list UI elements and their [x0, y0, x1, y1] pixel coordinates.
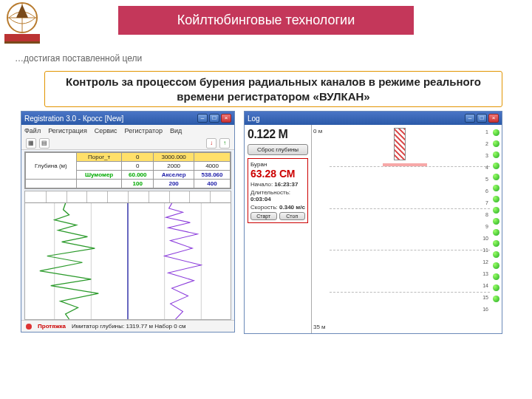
svg-marker-3	[16, 4, 28, 18]
status-led-icon	[493, 151, 499, 158]
cell: 400	[194, 180, 231, 188]
start-button[interactable]: Старт	[250, 212, 277, 220]
status-led-icon	[493, 218, 499, 225]
aks-label: Акселер	[154, 171, 194, 180]
menu-service[interactable]: Сервис	[95, 127, 117, 134]
y-label-0: 0 м	[313, 128, 322, 134]
drill-head-label: Буран	[250, 161, 305, 168]
axis-num: 4	[485, 165, 488, 170]
val: 16:23:37	[274, 181, 298, 188]
axis-num: 2	[485, 141, 488, 146]
status-led-icon	[493, 163, 499, 169]
axis-num: 10	[482, 236, 488, 241]
status-proto: Протяжка	[38, 323, 66, 330]
status-bar: Протяжка Имитатор глубины: 1319.77 м Наб…	[21, 320, 234, 332]
status-led-icon	[493, 251, 499, 258]
status-led-icon	[493, 207, 499, 214]
status-led-icon	[493, 296, 499, 302]
close-button[interactable]: ×	[221, 114, 231, 123]
titlebar[interactable]: Registration 3.0 - Кросс [New] – □ ×	[21, 112, 234, 125]
window-title: Registration 3.0 - Кросс [New]	[24, 115, 123, 123]
axis-num: 16	[482, 307, 488, 312]
left-panel: 0.122 М Сброс глубины Буран 63.28 СМ Нач…	[245, 125, 311, 333]
lbl: Начало:	[250, 181, 273, 188]
status-led-icon	[493, 262, 499, 269]
svg-rect-4	[4, 34, 40, 41]
status-extra: Имитатор глубины: 1319.77 м Набор 0 см	[72, 323, 185, 330]
status-led-icon	[493, 140, 499, 147]
cell: 0	[122, 162, 154, 171]
axis-num: 6	[485, 188, 488, 194]
lbl: Длительность:	[250, 189, 290, 196]
cell: 2000	[154, 162, 194, 171]
depth-axis-label: Глубина (м)	[26, 153, 77, 180]
axis-num: 14	[482, 283, 488, 288]
menu-registrator[interactable]: Регистратор	[125, 127, 163, 134]
pink-marker	[383, 163, 427, 166]
status-led-icon	[493, 174, 499, 180]
axis-num: 5	[485, 177, 488, 182]
log-chart[interactable]	[24, 191, 231, 320]
tool-down-icon[interactable]: ↓	[206, 138, 216, 149]
cell: 4000	[194, 162, 231, 171]
status-led-icon	[493, 229, 499, 236]
y-label-35: 35 м	[313, 324, 326, 330]
titlebar[interactable]: Log – □ ×	[245, 112, 502, 125]
drill-pipe-icon	[394, 128, 406, 160]
menu-bar: Файл Регистрация Сервис Регистратор Вид	[21, 125, 234, 137]
minimize-button[interactable]: –	[465, 114, 475, 123]
toolbar: ▦ ▤ ↓ ↑	[21, 137, 234, 150]
window-title: Log	[248, 115, 260, 123]
porog-label: Порог_т	[76, 153, 122, 162]
maximize-button[interactable]: □	[477, 114, 487, 123]
maximize-button[interactable]: □	[209, 114, 219, 123]
menu-registration[interactable]: Регистрация	[48, 127, 87, 134]
status-dot-icon	[26, 324, 32, 330]
drill-status-box: Буран 63.28 СМ Начало: 16:23:37 Длительн…	[248, 158, 308, 223]
axis-num: 12	[482, 259, 488, 265]
cell: 0	[122, 153, 154, 162]
shum-label: Шумомер	[76, 171, 122, 180]
cell: 100	[122, 180, 154, 188]
tool-2[interactable]: ▤	[39, 138, 50, 149]
axis-num: 13	[482, 271, 488, 276]
val: 0:03:04	[250, 196, 271, 202]
tool-up-icon[interactable]: ↑	[219, 138, 230, 149]
status-led-icon	[493, 185, 499, 191]
cell: 60.000	[122, 171, 154, 180]
axis-num: 9	[485, 224, 488, 229]
axis-num: 3	[485, 153, 488, 158]
axis-num: 11	[482, 248, 488, 253]
menu-view[interactable]: Вид	[170, 127, 182, 134]
close-button[interactable]: ×	[488, 114, 499, 123]
lbl: Скорость:	[250, 204, 278, 211]
cell: 3000.000	[154, 153, 194, 162]
status-led-icon	[493, 196, 499, 202]
company-logo	[0, 0, 44, 44]
axis-num: 7	[485, 200, 488, 205]
cell: 538.060	[194, 171, 231, 180]
depth-readout: 0.122 М	[248, 128, 308, 141]
reset-depth-button[interactable]: Сброс глубины	[248, 144, 308, 155]
status-led-icon	[493, 273, 499, 280]
drill-value: 63.28 СМ	[250, 168, 305, 180]
subtitle: Контроль за процессом бурения радиальных…	[44, 71, 502, 107]
tool-1[interactable]: ▦	[26, 138, 36, 149]
status-led-icon	[493, 284, 499, 291]
minimize-button[interactable]: –	[197, 114, 208, 123]
page-title-banner: Койлтюбинговые технологии	[118, 6, 414, 35]
depth-track-chart[interactable]: 0 м 35 м 1 2 3 4 5 6 7 8 9 10 11 12	[311, 125, 490, 333]
menu-file[interactable]: Файл	[24, 127, 41, 134]
led-column	[490, 125, 502, 333]
status-led-icon	[493, 240, 499, 247]
status-led-icon	[493, 129, 499, 136]
stop-button[interactable]: Стоп	[279, 212, 306, 220]
svg-rect-5	[4, 41, 40, 44]
curve-header-table: Глубина (м) Порог_т 0 3000.000 0 2000 40…	[24, 151, 231, 189]
axis-num: 15	[482, 295, 488, 300]
tagline: …достигая поставленной цели	[15, 53, 142, 64]
log-window: Log – □ × 0.122 М Сброс глубины Буран 63…	[244, 111, 502, 334]
registration-window: Registration 3.0 - Кросс [New] – □ × Фай…	[21, 111, 235, 332]
cell: 200	[154, 180, 194, 188]
axis-num: 1	[485, 129, 488, 134]
